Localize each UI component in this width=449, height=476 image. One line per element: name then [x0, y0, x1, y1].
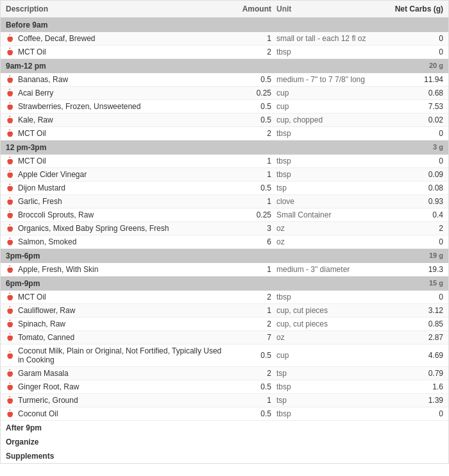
food-name: Spinach, Raw: [6, 319, 225, 328]
food-name: MCT Oil: [6, 129, 225, 138]
apple-icon: [6, 157, 15, 166]
food-netcarbs: 0.93: [379, 197, 443, 206]
header-netcarbs: Net Carbs (g): [379, 4, 443, 13]
food-netcarbs: 0.4: [379, 210, 443, 219]
section-label: 9am-12 pm: [6, 62, 225, 71]
apple-icon: [6, 293, 15, 302]
table-row: Spinach, Raw 2 cup, cut pieces 0.85: [1, 318, 448, 331]
apple-icon: [6, 351, 15, 360]
food-description: MCT Oil: [18, 129, 46, 138]
section-total: [379, 21, 443, 30]
table-row: Cauliflower, Raw 1 cup, cut pieces 3.12: [1, 304, 448, 318]
section-label: 6pm-9pm: [6, 279, 225, 288]
table-row: Kale, Raw 0.5 cup, chopped 0.02: [1, 114, 448, 127]
food-netcarbs: 1.39: [379, 396, 443, 405]
food-description: Organics, Mixed Baby Spring Greens, Fres…: [18, 224, 169, 233]
food-netcarbs: 2.87: [379, 333, 443, 342]
food-description: Garlic, Fresh: [18, 197, 62, 206]
food-name: Organics, Mixed Baby Spring Greens, Fres…: [6, 224, 225, 233]
food-name: Salmon, Smoked: [6, 237, 225, 246]
apple-icon: [6, 396, 15, 405]
food-netcarbs: 0: [379, 409, 443, 418]
food-amount: 1: [225, 170, 276, 179]
food-unit: cup: [276, 102, 379, 111]
apple-icon: [6, 89, 15, 98]
food-name: Strawberries, Frozen, Unsweetened: [6, 102, 225, 111]
food-description: Cauliflower, Raw: [18, 306, 75, 315]
food-name: Acai Berry: [6, 89, 225, 98]
section-total: 20 g: [379, 62, 443, 71]
food-unit: tbsp: [276, 382, 379, 391]
section-header-before-9am: Before 9am: [1, 18, 448, 32]
food-unit: small or tall - each 12 fl oz: [276, 34, 379, 43]
section-total: 19 g: [379, 251, 443, 260]
food-unit: tbsp: [276, 129, 379, 138]
food-description: Garam Masala: [18, 369, 69, 378]
food-description: Acai Berry: [18, 89, 53, 98]
food-netcarbs: 0.02: [379, 115, 443, 124]
food-unit: oz: [276, 333, 379, 342]
food-amount: 0.5: [225, 351, 276, 360]
food-amount: 1: [225, 306, 276, 315]
apple-icon: [6, 34, 15, 43]
food-name: Ginger Root, Raw: [6, 382, 225, 391]
apple-icon: [6, 237, 15, 246]
table-row: Strawberries, Frozen, Unsweetened 0.5 cu…: [1, 100, 448, 114]
section-label: Before 9am: [6, 21, 225, 30]
food-amount: 0.25: [225, 89, 276, 98]
food-netcarbs: 0: [379, 237, 443, 246]
table-row: MCT Oil 2 tbsp 0: [1, 127, 448, 140]
food-unit: Small Container: [276, 210, 379, 219]
food-amount: 1: [225, 265, 276, 274]
food-name: Kale, Raw: [6, 115, 225, 124]
footer-section-supplements: Supplements: [1, 449, 448, 463]
food-description: Tomato, Canned: [18, 333, 74, 342]
food-name: Garlic, Fresh: [6, 197, 225, 206]
food-amount: 2: [225, 129, 276, 138]
food-netcarbs: 0.85: [379, 319, 443, 328]
table-row: Garlic, Fresh 1 clove 0.93: [1, 195, 448, 208]
food-amount: 0.25: [225, 210, 276, 219]
food-unit: oz: [276, 224, 379, 233]
section-header-3pm-6pm: 3pm-6pm 19 g: [1, 249, 448, 263]
food-netcarbs: 2: [379, 224, 443, 233]
apple-icon: [6, 210, 15, 219]
food-unit: tbsp: [276, 170, 379, 179]
apple-icon: [6, 333, 15, 342]
food-netcarbs: 0: [379, 34, 443, 43]
apple-icon: [6, 306, 15, 315]
food-amount: 2: [225, 47, 276, 56]
food-unit: cup, cut pieces: [276, 306, 379, 315]
food-unit: medium - 7" to 7 7/8" long: [276, 75, 379, 84]
food-log-table: Description Amount Unit Net Carbs (g) Be…: [0, 0, 449, 464]
food-unit: clove: [276, 197, 379, 206]
food-description: Bananas, Raw: [18, 75, 68, 84]
food-description: Dijon Mustard: [18, 183, 65, 192]
food-description: MCT Oil: [18, 47, 46, 56]
food-unit: medium - 3" diameter: [276, 265, 379, 274]
food-description: Broccoli Sprouts, Raw: [18, 210, 94, 219]
food-name: Broccoli Sprouts, Raw: [6, 210, 225, 219]
food-description: Apple Cider Vinegar: [18, 170, 87, 179]
apple-icon: [6, 409, 15, 418]
food-name: Cauliflower, Raw: [6, 306, 225, 315]
apple-icon: [6, 319, 15, 328]
food-amount: 0.5: [225, 102, 276, 111]
food-description: Spinach, Raw: [18, 319, 65, 328]
food-netcarbs: 19.3: [379, 265, 443, 274]
table-row: Coconut Oil 0.5 tbsp 0: [1, 407, 448, 421]
table-header: Description Amount Unit Net Carbs (g): [1, 1, 448, 18]
apple-icon: [6, 265, 15, 274]
food-name: Tomato, Canned: [6, 333, 225, 342]
food-name: Coconut Milk, Plain or Original, Not For…: [6, 346, 225, 364]
apple-icon: [6, 369, 15, 378]
food-netcarbs: 0: [379, 157, 443, 166]
food-amount: 7: [225, 333, 276, 342]
food-unit: cup: [276, 89, 379, 98]
food-name: Coconut Oil: [6, 409, 225, 418]
section-label: 3pm-6pm: [6, 251, 225, 260]
food-netcarbs: 11.94: [379, 75, 443, 84]
food-amount: 0.5: [225, 75, 276, 84]
food-netcarbs: 4.69: [379, 351, 443, 360]
food-description: Turmeric, Ground: [18, 396, 78, 405]
